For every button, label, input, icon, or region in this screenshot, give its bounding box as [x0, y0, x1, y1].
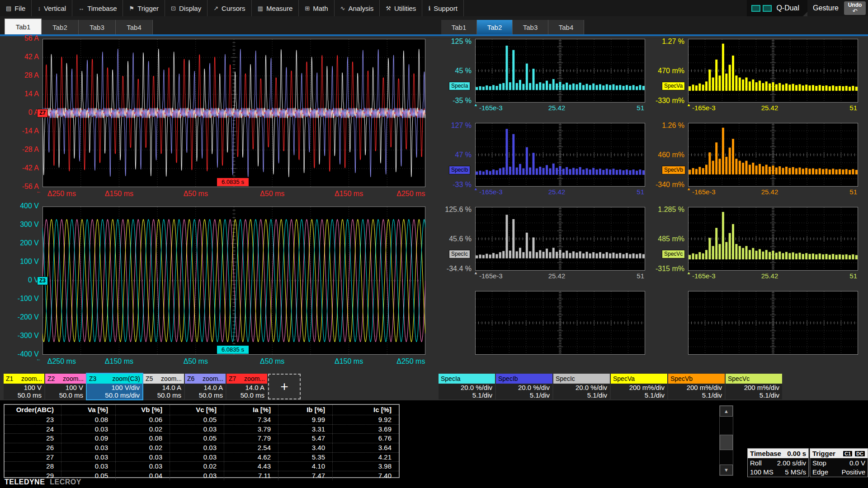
descriptor-body: 200 m%/div5.1/div — [668, 384, 725, 399]
y-tick-label: -28 A — [1, 145, 39, 154]
table-cell: 0.06 — [115, 415, 170, 424]
table-row[interactable]: 250.090.080.057.795.476.76 — [5, 433, 399, 443]
trigger-coupling-badge: DC — [854, 450, 865, 457]
descriptor-specvc[interactable]: SpecVc200 m%/div5.1/div — [726, 374, 782, 399]
menu-item-timebase[interactable]: ↔Timebase — [72, 0, 123, 16]
tab-left-tab4[interactable]: Tab4 — [116, 20, 153, 34]
plot-spec-vc[interactable] — [688, 207, 858, 271]
add-trace-button[interactable]: + — [268, 374, 301, 399]
descriptor-z3[interactable]: Z3zoom(C3)100 V/div50.0 ms/div — [87, 374, 142, 399]
descriptor-specva[interactable]: SpecVa200 m%/div5.1/div — [611, 374, 667, 399]
cursor-time-readout[interactable]: 6.0835 s — [217, 346, 249, 354]
trace-tag-specib[interactable]: SpecIb — [449, 166, 470, 174]
descriptor-z2[interactable]: Z2zoom...100 V50.0 ms — [45, 374, 86, 399]
display-icon: ⊡ — [171, 5, 176, 12]
y-tick-label: 56 A — [1, 34, 39, 42]
tab-right-tab2[interactable]: Tab2 — [477, 20, 513, 34]
tab-left-tab1[interactable]: Tab1 — [5, 19, 42, 34]
trace-tag-specia[interactable]: SpecIa — [449, 82, 470, 90]
tab-right-tab4[interactable]: Tab4 — [548, 20, 584, 34]
y-tick-label: 42 A — [1, 53, 39, 61]
menu-item-display[interactable]: ⊡Display — [165, 0, 208, 16]
table-row[interactable]: 240.030.020.033.793.313.69 — [5, 424, 399, 434]
plot-current-waveforms[interactable] — [42, 39, 425, 187]
plot-spec-ic[interactable] — [475, 207, 645, 271]
y-tick-label: 1.285 % — [645, 206, 684, 214]
descriptor-z6[interactable]: Z6zoom...14.0 A50.0 ms — [185, 374, 226, 399]
undo-button[interactable]: Undo ↶ — [844, 1, 866, 15]
scroll-thumb[interactable] — [720, 435, 733, 450]
descriptor-z7[interactable]: Z7zoom...14.0 A50.0 ms — [226, 374, 267, 399]
menu-item-utilities[interactable]: ⚒Utilities — [380, 0, 422, 16]
zero-marker-z3[interactable]: Z3 — [37, 277, 48, 285]
menu-label: Support — [434, 5, 458, 12]
y-tick-label: 125.6 % — [432, 206, 472, 214]
table-cell: 0.09 — [61, 434, 115, 443]
tab-right-tab1[interactable]: Tab1 — [441, 20, 477, 34]
col-header-0: Order(ABC) — [5, 405, 61, 415]
trace-tag-specva[interactable]: SpecVa — [662, 82, 685, 90]
plot-spec-vb[interactable] — [688, 123, 858, 187]
timebase-summary-box[interactable]: Timebase 0.00 s Roll 2.00 s/div 100 MS 5… — [747, 448, 809, 477]
plot-spec-va[interactable] — [688, 39, 858, 103]
menu-item-trigger[interactable]: ⚑Trigger — [123, 0, 165, 16]
tab-left-tab2[interactable]: Tab2 — [42, 20, 79, 34]
timebase-value: 0.00 s — [787, 450, 806, 457]
table-cell: 4.43 — [224, 462, 278, 471]
axis-origin-arrow: ← — [36, 356, 42, 361]
trace-tag-specic[interactable]: SpecIc — [449, 250, 470, 258]
menu-item-vertical[interactable]: ↕Vertical — [32, 0, 72, 16]
table-row[interactable]: 270.030.030.034.625.354.21 — [5, 452, 399, 462]
menu-item-cursors[interactable]: ↗Cursors — [208, 0, 251, 16]
table-cell: 9.99 — [278, 415, 332, 424]
descriptor-z1[interactable]: Z1zoom...100 V50.0 ms — [4, 374, 44, 399]
menu-item-file[interactable]: ▤File — [0, 0, 32, 16]
table-cell: 0.03 — [115, 462, 170, 471]
menu-item-analysis[interactable]: ∿Analysis — [335, 0, 380, 16]
descriptor-body: 200 m%/div5.1/div — [726, 384, 782, 399]
menu-item-math[interactable]: ⊞Math — [299, 0, 334, 16]
y-tick-label: -100 V — [1, 295, 39, 303]
descriptor-z5[interactable]: Z5zoom...14.0 A50.0 ms — [143, 374, 184, 399]
x-tick-label: 51 — [617, 104, 644, 112]
x-tick-label: Δ150 ms — [322, 190, 376, 198]
plot-spec-ib[interactable] — [475, 123, 645, 187]
menu-item-support[interactable]: ℹSupport — [422, 0, 464, 16]
undo-icon: ↶ — [853, 8, 858, 14]
table-row[interactable]: 280.030.030.024.434.103.98 — [5, 461, 399, 471]
descriptor-specic[interactable]: SpecIc20.0 %/div5.1/div — [553, 374, 610, 399]
col-header-2: Vb [%] — [115, 405, 170, 415]
table-cell: 0.03 — [170, 453, 224, 462]
plot-spec-ia[interactable] — [475, 39, 645, 103]
table-cell: 3.40 — [278, 443, 332, 452]
descriptor-specvb[interactable]: SpecVb200 m%/div5.1/div — [668, 374, 725, 399]
trigger-summary-box[interactable]: Trigger C1 DC Stop 0.0 V Edge Positive — [810, 448, 868, 477]
scroll-down-button[interactable]: ▼ — [720, 465, 733, 475]
table-cell: 0.05 — [170, 415, 224, 424]
table-row[interactable]: 260.030.020.032.543.403.64 — [5, 443, 399, 452]
table-row[interactable]: 230.080.060.057.349.999.92 — [5, 415, 399, 424]
zero-marker-z7[interactable]: Z7 — [37, 109, 48, 117]
menu-item-measure[interactable]: ▥Measure — [252, 0, 299, 16]
trace-tag-specvc[interactable]: SpecVc — [662, 250, 685, 258]
table-scrollbar[interactable]: ▲ ▼ — [719, 405, 733, 476]
plot-voltage-waveforms[interactable] — [42, 206, 425, 355]
x-tick-label: 25.42 — [751, 104, 788, 112]
tab-right-tab3[interactable]: Tab3 — [513, 20, 548, 34]
cursor-time-readout[interactable]: 6.0835 s — [217, 178, 249, 186]
trace-tag-specvb[interactable]: SpecVb — [662, 166, 685, 174]
descriptor-specia[interactable]: SpecIa20.0 %/div5.1/div — [439, 374, 495, 399]
menu-spacer — [464, 0, 747, 16]
table-cell: 5.47 — [278, 434, 332, 443]
x-tick-label: Δ50 ms — [169, 357, 223, 366]
tab-left-tab3[interactable]: Tab3 — [79, 20, 116, 34]
descriptor-header: Z1zoom... — [4, 374, 44, 384]
descriptor-specib[interactable]: SpecIb20.0 %/div5.1/div — [496, 374, 552, 399]
scroll-up-button[interactable]: ▲ — [720, 406, 733, 417]
qdual-menu[interactable]: Q-Dual — [747, 0, 807, 16]
table-cell: 0.03 — [61, 462, 115, 471]
descriptor-header: Z3zoom(C3) — [87, 374, 142, 384]
measure-icon: ▥ — [258, 5, 263, 12]
table-cell: 0.08 — [61, 415, 115, 424]
x-tick-label: -165e-3 — [479, 272, 524, 280]
